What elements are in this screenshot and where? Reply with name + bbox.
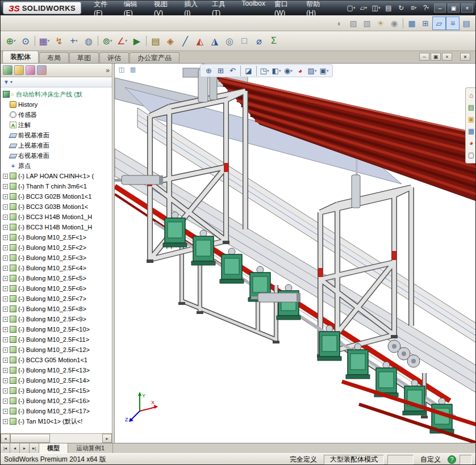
tab-scroll-button-4[interactable]: ▸| bbox=[30, 443, 39, 453]
linear-component-pattern-button[interactable]: ▦▾ bbox=[37, 33, 52, 49]
reference-geometry-button[interactable]: ∠▾ bbox=[115, 33, 130, 49]
explode-line-sketch-button[interactable]: ╱ bbox=[178, 33, 193, 49]
expand-icon[interactable]: + bbox=[3, 225, 8, 230]
expand-icon[interactable]: + bbox=[3, 327, 8, 332]
bottom-tab-2[interactable]: 运动算例1 bbox=[68, 443, 113, 453]
pane-chevron-icon[interactable]: » bbox=[106, 66, 110, 74]
tree-item-14[interactable]: +(-) BCC3 H14B Motion1_H bbox=[1, 222, 112, 232]
tab-scroll-button-1[interactable]: |◂ bbox=[1, 443, 10, 453]
tree-item-29[interactable]: +(-) Bulong M10_2.5F<14> bbox=[1, 375, 112, 386]
bottom-tab-1[interactable]: 模型 bbox=[39, 443, 68, 453]
mate-button[interactable]: ⊙ bbox=[18, 33, 33, 49]
tree-item-3[interactable]: 传感器 bbox=[1, 110, 112, 120]
help-button[interactable]: ?▾ bbox=[420, 2, 432, 14]
sketch-toggle-button[interactable]: ▱ bbox=[432, 16, 446, 30]
close-pane-button[interactable]: × bbox=[460, 53, 470, 61]
file-explorer-tab[interactable]: ▣ bbox=[467, 115, 475, 124]
expand-icon[interactable]: + bbox=[3, 184, 8, 189]
expand-icon[interactable]: + bbox=[3, 194, 8, 199]
view-orientation-button[interactable]: ◳▾ bbox=[258, 65, 270, 76]
commandmanager-tab-5[interactable]: 办公室产品 bbox=[130, 52, 179, 63]
isolate-button[interactable]: □ bbox=[237, 33, 252, 49]
previous-view-button[interactable]: ↶ bbox=[227, 65, 239, 76]
solidworks-resources-tab[interactable]: ⌂ bbox=[467, 91, 475, 100]
mass-properties-button[interactable]: Σ bbox=[266, 33, 281, 49]
doc-restore-button[interactable]: ▣ bbox=[431, 53, 441, 61]
edit-appearance-button[interactable]: ◐ bbox=[333, 16, 346, 30]
panel-horizontal-scrollbar[interactable]: ◂ ▸ bbox=[1, 433, 112, 443]
view-palette-tab[interactable]: ▦ bbox=[467, 127, 475, 136]
tree-item-1[interactable]: ⚠自动给料冲床生产线 (默 bbox=[1, 89, 112, 99]
tree-item-31[interactable]: +(-) Bulong M10_2.5F<16> bbox=[1, 396, 112, 406]
tab-scroll-button-3[interactable]: ▸ bbox=[20, 443, 30, 453]
expand-icon[interactable]: + bbox=[3, 399, 8, 404]
assembly-features-button[interactable]: ⊚▾ bbox=[100, 33, 115, 49]
expand-icon[interactable]: + bbox=[3, 276, 8, 281]
expand-icon[interactable]: + bbox=[3, 409, 8, 414]
save-button[interactable]: ◫▾ bbox=[370, 2, 382, 14]
expand-icon[interactable]: + bbox=[3, 337, 8, 342]
zoom-to-area-button[interactable]: ⊞ bbox=[215, 65, 227, 76]
camera-button[interactable]: ◉ bbox=[387, 16, 401, 30]
tree-item-10[interactable]: +(-) Thanh T chinh 3m6<1 bbox=[1, 181, 112, 191]
tree-item-6[interactable]: 上视基准面 bbox=[1, 140, 112, 150]
tree-item-13[interactable]: +(-) BCC3 H14B Motion1_H bbox=[1, 212, 112, 222]
doc-close-button[interactable]: × bbox=[442, 53, 452, 61]
filter-dropdown-arrow-icon[interactable]: ▾ bbox=[10, 79, 12, 85]
tree-item-24[interactable]: +(-) Bulong M10_2.5F<10> bbox=[1, 324, 112, 334]
tree-item-19[interactable]: +(-) Bulong M10_2.5F<5> bbox=[1, 273, 112, 283]
featuremanager-tree-tab-icon[interactable] bbox=[3, 65, 12, 75]
edit-appearance-button[interactable]: ◕ bbox=[294, 65, 306, 76]
print-button[interactable]: ▤ bbox=[382, 2, 395, 14]
insert-components-button[interactable]: ⊕▾ bbox=[3, 33, 18, 49]
hole-alignment-button[interactable]: ◎ bbox=[222, 33, 237, 49]
commandmanager-tab-1[interactable]: 装配体 bbox=[2, 51, 39, 63]
commandmanager-tab-3[interactable]: 草图 bbox=[69, 52, 99, 63]
measure-button[interactable]: ⌀ bbox=[252, 33, 266, 49]
display-style-button[interactable]: ◧▾ bbox=[270, 65, 282, 76]
open-document-button[interactable]: ▱▾ bbox=[357, 2, 370, 14]
bill-of-materials-button[interactable]: ▤ bbox=[148, 33, 163, 49]
expand-icon[interactable]: + bbox=[3, 255, 8, 261]
tree-item-12[interactable]: +(-) BCC3 G03B Motion1< bbox=[1, 202, 112, 212]
configurationmanager-tab-icon[interactable] bbox=[26, 65, 35, 75]
custom-properties-tab[interactable]: ▢ bbox=[467, 151, 475, 160]
scrollbar-thumb[interactable] bbox=[10, 434, 50, 443]
tree-item-15[interactable]: +(-) Bulong M10_2.5F<1> bbox=[1, 232, 112, 242]
tree-item-30[interactable]: +(-) Bulong M10_2.5F<15> bbox=[1, 386, 112, 396]
expand-icon[interactable]: + bbox=[3, 307, 8, 312]
tree-item-28[interactable]: +(-) Bulong M10_2.5F<13> bbox=[1, 365, 112, 375]
close-button[interactable]: × bbox=[461, 3, 473, 12]
commandmanager-tab-2[interactable]: 布局 bbox=[39, 52, 69, 63]
tree-item-16[interactable]: +(-) Bulong M10_2.5F<2> bbox=[1, 242, 112, 253]
grid-system-button[interactable]: ▦ bbox=[405, 16, 419, 30]
expand-icon[interactable]: + bbox=[3, 245, 8, 250]
minimize-button[interactable]: – bbox=[434, 3, 446, 12]
dimension-standard-button[interactable]: ≡ bbox=[446, 16, 460, 30]
tree-item-21[interactable]: +(-) Bulong M10_2.5F<7> bbox=[1, 294, 112, 304]
view-settings-button[interactable]: ▣▾ bbox=[318, 65, 330, 76]
tree-item-8[interactable]: +原点 bbox=[1, 161, 112, 171]
expand-icon[interactable]: + bbox=[3, 266, 8, 271]
tree-item-22[interactable]: +(-) Bulong M10_2.5F<8> bbox=[1, 304, 112, 314]
expand-icon[interactable]: + bbox=[3, 286, 8, 291]
new-document-button[interactable]: ▢▾ bbox=[345, 2, 357, 14]
expand-icon[interactable]: + bbox=[3, 296, 8, 301]
doc-minimize-button[interactable]: – bbox=[419, 53, 429, 61]
smart-fasteners-button[interactable]: ↯ bbox=[52, 33, 66, 49]
show-hidden-components-button[interactable]: ◍ bbox=[81, 33, 96, 49]
exploded-view-button[interactable]: ◈ bbox=[163, 33, 178, 49]
scroll-right-arrow-icon[interactable]: ▸ bbox=[102, 434, 112, 443]
status-custom[interactable]: 自定义 bbox=[417, 455, 444, 464]
commandmanager-tab-4[interactable]: 评估 bbox=[99, 52, 129, 63]
propertymanager-tab-icon[interactable] bbox=[14, 65, 24, 75]
tree-item-17[interactable]: +(-) Bulong M10_2.5F<3> bbox=[1, 253, 112, 263]
lights-button[interactable]: ☀ bbox=[374, 16, 387, 30]
rebuild-button[interactable]: ↻ bbox=[395, 2, 407, 14]
expand-icon[interactable]: + bbox=[3, 215, 8, 220]
tree-item-7[interactable]: 右视基准面 bbox=[1, 150, 112, 161]
expand-icon[interactable]: + bbox=[3, 347, 8, 353]
apply-scene-button[interactable]: ▨▾ bbox=[306, 65, 318, 76]
tab-scroll-button-2[interactable]: ◂ bbox=[10, 443, 20, 453]
section-view-button[interactable]: ◪ bbox=[243, 65, 254, 76]
